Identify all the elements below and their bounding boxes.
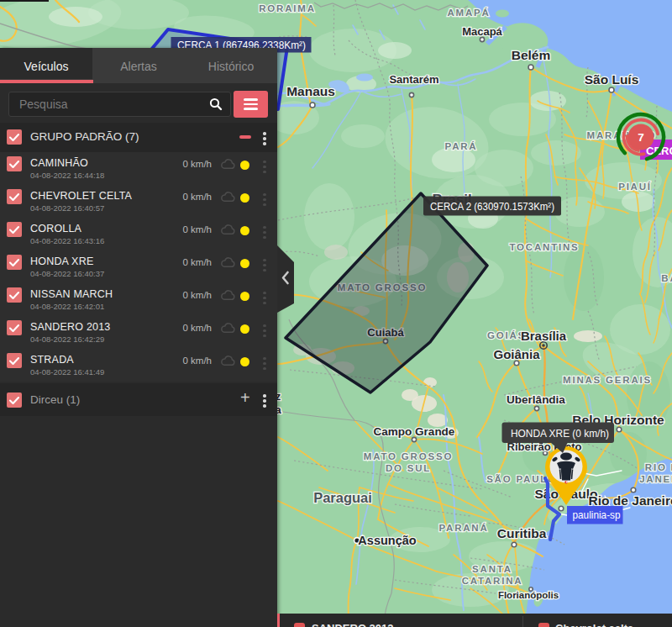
svg-text:RORAIMA: RORAIMA [259, 3, 316, 13]
svg-text:Assunção: Assunção [358, 534, 416, 547]
svg-text:Paraguai: Paraguai [313, 490, 372, 505]
svg-text:HONDA XRE (0 km/h): HONDA XRE (0 km/h) [511, 427, 609, 440]
svg-text:JANEIRO: JANEIRO [639, 474, 672, 484]
svg-text:TOCANTINS: TOCANTINS [509, 242, 579, 252]
svg-text:Goiânia: Goiânia [493, 347, 540, 361]
svg-text:PIAUÍ: PIAUÍ [618, 182, 652, 192]
svg-text:Campo Grande: Campo Grande [374, 425, 455, 438]
svg-text:PARÁ: PARÁ [445, 141, 478, 151]
svg-text:Rio de Janeiro: Rio de Janeiro [589, 493, 672, 508]
svg-text:BAHIA: BAHIA [661, 273, 672, 283]
svg-text:MATO GROSSO: MATO GROSSO [364, 451, 453, 461]
svg-text:SANTA: SANTA [472, 564, 512, 574]
svg-text:Florianópolis: Florianópolis [498, 590, 559, 600]
svg-text:São Luís: São Luís [585, 72, 639, 87]
svg-text:MINAS GERAIS: MINAS GERAIS [563, 375, 652, 385]
svg-text:Santarém: Santarém [389, 73, 438, 86]
svg-text:Uberlândia: Uberlândia [507, 393, 565, 406]
svg-text:AMAPÁ: AMAPÁ [447, 8, 490, 18]
svg-text:Brasília: Brasília [521, 329, 567, 343]
svg-text:Manaus: Manaus [286, 84, 335, 98]
svg-text:DO SUL: DO SUL [386, 463, 431, 473]
svg-text:Curitiba: Curitiba [497, 526, 547, 540]
svg-text:CERCA 2 (630970.1573Km²): CERCA 2 (630970.1573Km²) [430, 200, 554, 213]
svg-text:paulinia-sp: paulinia-sp [573, 508, 621, 521]
svg-text:7: 7 [638, 131, 644, 144]
svg-text:Macapá: Macapá [462, 25, 502, 38]
svg-text:RIO DE: RIO DE [645, 462, 672, 472]
svg-text:CATARINA: CATARINA [462, 576, 523, 586]
svg-text:PARANÁ: PARANÁ [438, 523, 488, 533]
svg-text:Belém: Belém [512, 48, 551, 62]
